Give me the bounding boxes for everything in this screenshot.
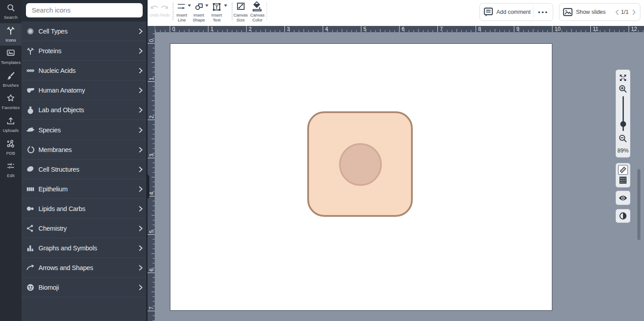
svg-text:3: 3 xyxy=(148,154,155,157)
svg-text:T: T xyxy=(215,4,218,9)
svg-text:12: 12 xyxy=(631,26,637,32)
svg-text:2: 2 xyxy=(148,115,155,118)
svg-text:0: 0 xyxy=(148,39,155,42)
svg-text:6: 6 xyxy=(148,268,155,271)
svg-text:10: 10 xyxy=(555,26,561,32)
svg-text:5: 5 xyxy=(148,230,155,233)
svg-text:11: 11 xyxy=(593,26,599,32)
svg-text:1: 1 xyxy=(148,77,155,80)
svg-text:7: 7 xyxy=(148,307,155,310)
